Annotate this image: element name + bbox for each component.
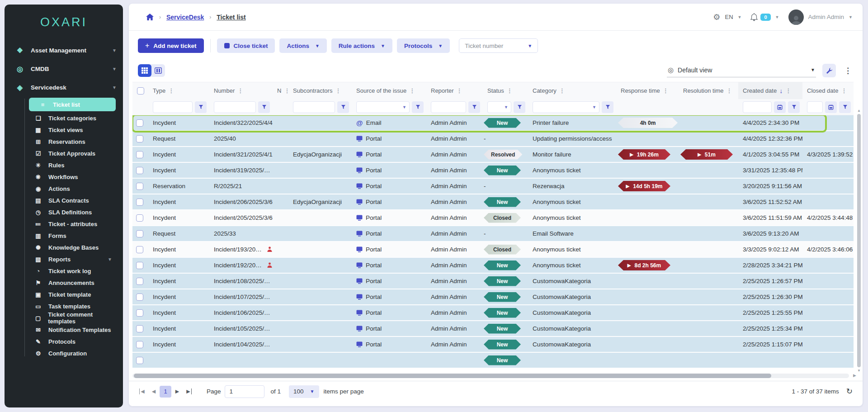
- table-row[interactable]: Incydent Incident/193/2025/3/3 Portal Ad…: [132, 242, 854, 258]
- last-page-button[interactable]: ▶: [183, 386, 195, 398]
- table-row[interactable]: Incydent Incident/104/2025/2/... Portal …: [132, 337, 854, 353]
- column-header-type[interactable]: Type ⋮: [148, 87, 209, 94]
- sidebar-item-announcements[interactable]: ⚑ Announcements: [24, 277, 123, 289]
- table-row[interactable]: Incydent Incident/206/2025/3/6 EdycjaOrg…: [132, 194, 854, 210]
- row-checkbox[interactable]: [136, 262, 143, 269]
- column-header-number[interactable]: Number ⋮: [209, 87, 273, 94]
- filter-date-input-closed[interactable]: [807, 101, 823, 113]
- table-row[interactable]: Incydent Incident/107/2025/2/... Portal …: [132, 289, 854, 305]
- refresh-icon[interactable]: ↻: [846, 387, 853, 396]
- more-options-kebab[interactable]: ⋮: [842, 66, 854, 76]
- table-row[interactable]: Incydent Incident/106/2025/2/... Portal …: [132, 305, 854, 321]
- notifications[interactable]: 0: [750, 13, 770, 21]
- protocols-dropdown-button[interactable]: Protocols▼: [397, 38, 450, 53]
- column-header-resp[interactable]: Response time ⋮: [616, 87, 679, 94]
- scrollbar-thumb[interactable]: [857, 114, 861, 367]
- scroll-right-arrow-icon[interactable]: ▶: [853, 373, 856, 378]
- filter-input-type[interactable]: [153, 101, 193, 113]
- sidebar-item-asset-management[interactable]: ❖ Asset Management ▼: [5, 41, 123, 60]
- column-view-toggle[interactable]: [151, 64, 165, 77]
- column-menu-kebab[interactable]: ⋮: [409, 87, 415, 94]
- row-checkbox[interactable]: [136, 309, 143, 317]
- sidebar-item-cmdb[interactable]: ◎ CMDB ▼: [5, 60, 123, 78]
- sidebar-item-ticket-work-log[interactable]: ◔ Ticket work log: [24, 265, 123, 277]
- sidebar-item-reservations[interactable]: ⊞ Reservations: [24, 136, 123, 147]
- chevron-down-icon[interactable]: ▼: [775, 15, 779, 19]
- filter-select-source[interactable]: ▼: [356, 101, 410, 113]
- sort-desc-icon[interactable]: ↓: [779, 87, 783, 95]
- column-menu-kebab[interactable]: ⋮: [785, 87, 791, 94]
- filter-funnel-button[interactable]: [839, 101, 851, 113]
- column-menu-kebab[interactable]: ⋮: [841, 87, 847, 94]
- sidebar-item-workflows[interactable]: ❋ Workflows: [24, 171, 123, 183]
- row-checkbox[interactable]: [136, 357, 143, 364]
- sidebar-item-notification-templates[interactable]: ✉ Notification Templates: [24, 324, 123, 336]
- filter-input-reporter[interactable]: [431, 101, 466, 113]
- sidebar-item-rules[interactable]: ✳ Rules: [24, 159, 123, 171]
- filter-funnel-button[interactable]: [468, 101, 480, 113]
- language-selector[interactable]: EN: [725, 14, 733, 20]
- previous-page-button[interactable]: ◀: [148, 386, 160, 398]
- filter-input-number[interactable]: [214, 101, 256, 113]
- column-menu-kebab[interactable]: ⋮: [168, 87, 174, 94]
- sidebar-item-knowledge-bases[interactable]: ✺ Knowledge Bases: [24, 242, 123, 253]
- breadcrumb-servicedesk[interactable]: ServiceDesk: [166, 14, 204, 21]
- chevron-down-icon[interactable]: ▼: [738, 15, 742, 19]
- ticket-number-dropdown[interactable]: Ticket number ▼: [459, 38, 538, 53]
- page-size-select[interactable]: 100 ▼: [289, 385, 319, 398]
- table-row[interactable]: Incydent Incident/319/2025/3/... Portal …: [132, 163, 854, 179]
- column-menu-kebab[interactable]: ⋮: [559, 87, 565, 94]
- filter-funnel-button[interactable]: [602, 101, 613, 113]
- scroll-up-arrow-icon[interactable]: ▲: [857, 109, 861, 113]
- sidebar-item-task-templates[interactable]: ▭ Task templates: [24, 300, 123, 312]
- configure-view-button[interactable]: [822, 64, 836, 77]
- filter-input-sub[interactable]: [293, 101, 335, 113]
- sidebar-item-ticket-approvals[interactable]: ☑ Ticket Approvals: [24, 147, 123, 159]
- row-checkbox[interactable]: [136, 135, 143, 142]
- row-checkbox[interactable]: [136, 151, 143, 158]
- select-all-checkbox[interactable]: [137, 87, 144, 95]
- row-checkbox[interactable]: [136, 294, 143, 301]
- sidebar-item-configuration[interactable]: ⚙ Configuration: [24, 347, 123, 359]
- column-header-created[interactable]: Created date ↓ ⋮: [738, 82, 802, 99]
- filter-select-category[interactable]: ▼: [533, 101, 599, 113]
- horizontal-scrollbar[interactable]: ▶: [132, 374, 859, 378]
- column-menu-kebab[interactable]: ⋮: [284, 87, 288, 94]
- sidebar-item-ticket-comment-templates[interactable]: ▢ Ticket comment templates: [24, 312, 123, 324]
- column-header-status[interactable]: Status ⋮: [483, 87, 528, 94]
- next-page-button[interactable]: ▶: [171, 386, 183, 398]
- row-checkbox[interactable]: [136, 325, 143, 332]
- row-checkbox[interactable]: [136, 230, 143, 237]
- settings-gear-icon[interactable]: ⚙: [713, 12, 720, 22]
- column-menu-kebab[interactable]: ⋮: [335, 87, 341, 94]
- view-selector[interactable]: ◎ Default view ▼: [667, 64, 816, 77]
- table-row[interactable]: Incydent Incident/322/2025/4/4 @Email Ad…: [132, 115, 854, 131]
- column-header-reporter[interactable]: Reporter ⋮: [426, 87, 483, 94]
- row-checkbox[interactable]: [136, 278, 143, 285]
- column-header-reso[interactable]: Resolution time ⋮: [679, 87, 738, 94]
- row-checkbox[interactable]: [136, 119, 143, 127]
- add-new-ticket-button[interactable]: + Add new ticket: [138, 38, 204, 53]
- column-header-n[interactable]: N ⋮: [273, 87, 288, 94]
- filter-funnel-button[interactable]: [788, 101, 800, 113]
- column-menu-kebab[interactable]: ⋮: [457, 87, 462, 94]
- filter-funnel-button[interactable]: [258, 101, 270, 113]
- table-row[interactable]: Incydent Incident/192/2025/2/... Portal …: [132, 258, 854, 274]
- table-row[interactable]: Incydent Incident/321/2025/4/1 EdycjaOrg…: [132, 147, 854, 163]
- calendar-icon-button[interactable]: [825, 101, 837, 113]
- sidebar-item-sla-definitions[interactable]: ◷ SLA Definitions: [24, 206, 123, 218]
- avatar[interactable]: [788, 9, 804, 25]
- sidebar-item-forms[interactable]: ▥ Forms: [24, 230, 123, 242]
- sidebar-item-protocols[interactable]: ✎ Protocols: [24, 336, 123, 347]
- rule-actions-dropdown-button[interactable]: Rule actions▼: [331, 38, 392, 53]
- sidebar-item-ticket-categories[interactable]: ❏ Ticket categories: [24, 112, 123, 124]
- filter-select-status[interactable]: ▼: [487, 101, 511, 113]
- column-menu-kebab[interactable]: ⋮: [663, 87, 669, 94]
- grid-view-toggle[interactable]: [138, 64, 151, 77]
- sidebar-item-actions[interactable]: ◉ Actions: [24, 183, 123, 194]
- first-page-button[interactable]: ◀: [136, 386, 148, 398]
- column-menu-kebab[interactable]: ⋮: [237, 87, 243, 94]
- filter-funnel-button[interactable]: [412, 101, 424, 113]
- table-row[interactable]: Incydent Incident/108/2025/2/... Portal …: [132, 274, 854, 289]
- row-checkbox[interactable]: [136, 246, 143, 253]
